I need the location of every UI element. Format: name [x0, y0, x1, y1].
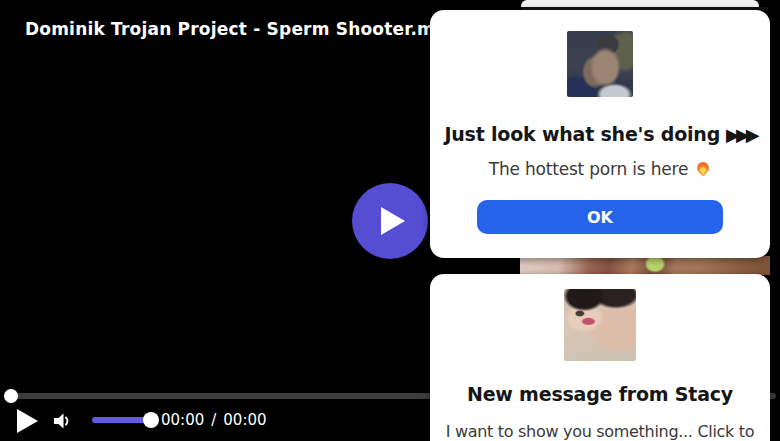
speaker-icon [50, 410, 72, 432]
play-icon [380, 206, 406, 236]
background-ad-photo [520, 256, 770, 275]
volume-button[interactable] [50, 410, 72, 435]
triple-arrow-icon: ▶▶▶ [726, 124, 756, 145]
big-play-button[interactable] [352, 183, 428, 259]
volume-slider[interactable] [92, 417, 151, 423]
current-time: 00:00 [161, 411, 204, 429]
offer-thumbnail-image[interactable] [567, 31, 633, 97]
ok-button[interactable]: OK [477, 200, 723, 234]
offer-popup: Just look what she's doing▶▶▶ The hottes… [430, 10, 770, 258]
play-button[interactable] [16, 408, 39, 437]
time-separator: / [211, 411, 216, 429]
progress-thumb[interactable] [4, 389, 18, 403]
offer-subtitle: The hottest porn is here [440, 159, 760, 179]
duration: 00:00 [223, 411, 266, 429]
time-display: 00:00 / 00:00 [161, 411, 267, 429]
message-thumbnail-image[interactable] [564, 289, 636, 361]
offer-title: Just look what she's doing▶▶▶ [440, 123, 760, 145]
message-title: New message from Stacy [440, 383, 760, 405]
volume-thumb[interactable] [143, 412, 159, 428]
message-body: I want to show you something... Click to [438, 422, 762, 441]
fire-icon [696, 161, 711, 177]
player-controls: 00:00 / 00:00 [0, 402, 430, 441]
message-popup[interactable]: New message from Stacy I want to show yo… [430, 274, 770, 441]
play-icon [16, 408, 39, 434]
video-title: Dominik Trojan Project - Sperm Shooter.m… [25, 19, 459, 39]
